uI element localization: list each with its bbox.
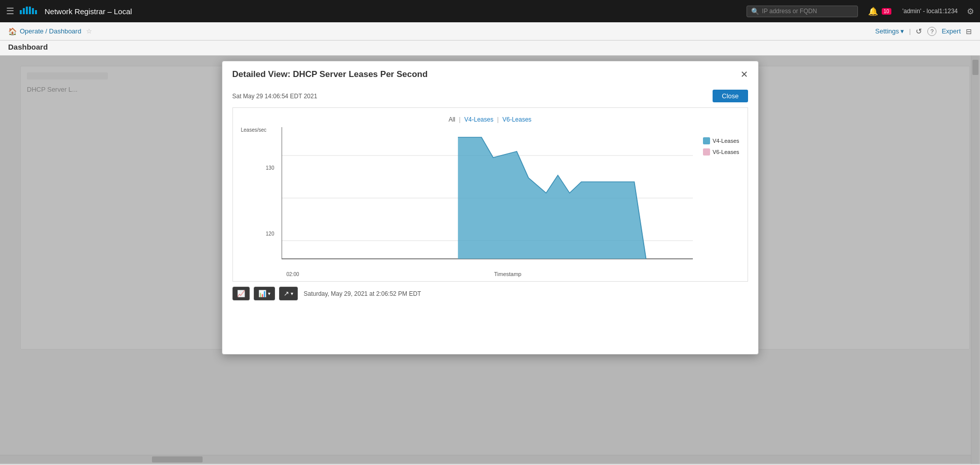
y-axis-label: Leases/sec xyxy=(241,127,267,133)
favorite-star[interactable]: ☆ xyxy=(86,27,92,35)
menu-icon[interactable]: ☰ xyxy=(6,6,14,17)
svg-rect-2 xyxy=(26,7,28,14)
search-input[interactable] xyxy=(762,8,853,15)
modal-overlay: Detailed View: DHCP Server Leases Per Se… xyxy=(0,56,980,464)
legend-v6: V6-Leases xyxy=(703,148,739,156)
x-axis-tick: 02:00 xyxy=(287,272,693,277)
modal-header: Detailed View: DHCP Server Leases Per Se… xyxy=(222,61,758,86)
tab-all[interactable]: All xyxy=(449,116,455,123)
cisco-logo xyxy=(19,5,37,17)
share-dropdown-arrow: ▾ xyxy=(291,291,293,296)
breadcrumb-right-actions: Settings ▾ | ↺ ? Expert ⊟ xyxy=(875,27,972,36)
home-icon[interactable]: 🏠 xyxy=(8,27,17,35)
line-chart-icon: 📈 xyxy=(237,290,245,297)
gear-icon[interactable]: ⚙ xyxy=(967,7,974,16)
footer-datetime: Saturday, May 29, 2021 at 2:06:52 PM EDT xyxy=(304,290,421,297)
chart-container: All | V4-Leases | V6-Leases Leases/sec 1… xyxy=(232,107,748,282)
legend-v4-box xyxy=(703,137,710,144)
svg-rect-1 xyxy=(23,8,25,14)
breadcrumb-bar: 🏠 Operate / Dashboard ☆ Settings ▾ | ↺ ?… xyxy=(0,22,980,41)
expert-button[interactable]: Expert xyxy=(942,27,961,35)
expand-button[interactable]: ⊟ xyxy=(966,27,972,35)
breadcrumb-path: Operate / Dashboard xyxy=(20,27,81,35)
share-icon: ↗ xyxy=(284,290,289,297)
chart-svg xyxy=(282,127,693,269)
search-box[interactable]: 🔍 xyxy=(747,6,858,17)
modal-close-x-button[interactable]: ✕ xyxy=(740,70,748,79)
share-button[interactable]: ↗ ▾ xyxy=(279,287,298,300)
app-title: Network Registrar – Local xyxy=(45,7,132,16)
breadcrumb-divider: | xyxy=(909,27,911,35)
modal-timestamp: Sat May 29 14:06:54 EDT 2021 xyxy=(232,93,318,100)
svg-rect-3 xyxy=(29,7,31,14)
chart-filter-tabs: All | V4-Leases | V6-Leases xyxy=(241,116,739,123)
page-title: Dashboard xyxy=(0,41,980,56)
y-tick-130: 130 xyxy=(266,165,275,171)
chart-type-line-button[interactable]: 📈 xyxy=(232,287,250,300)
svg-rect-4 xyxy=(32,8,34,14)
main-content-area: DHCP Server L... Detailed View: DHCP Ser… xyxy=(0,56,980,464)
chart-plot: 02:00 xyxy=(282,127,693,269)
modal-subheader: Sat May 29 14:06:54 EDT 2021 Close xyxy=(222,86,758,107)
chart-legend: V4-Leases V6-Leases xyxy=(698,127,739,269)
bell-notification[interactable]: 🔔 10 xyxy=(868,7,891,16)
topbar: ☰ Network Registrar – Local 🔍 🔔 10 'admi… xyxy=(0,0,980,22)
chart-type-area-button[interactable]: 📊 ▾ xyxy=(254,287,275,300)
legend-v6-label: V6-Leases xyxy=(713,149,739,155)
svg-rect-5 xyxy=(35,10,37,14)
modal-dialog: Detailed View: DHCP Server Leases Per Se… xyxy=(222,61,759,355)
svg-rect-0 xyxy=(20,10,22,14)
notification-badge: 10 xyxy=(882,8,891,15)
y-tick-120: 120 xyxy=(266,231,275,237)
modal-footer: 📈 📊 ▾ ↗ ▾ Saturday, May 29, 2021 at 2:06… xyxy=(222,282,758,305)
modal-close-button[interactable]: Close xyxy=(713,90,748,102)
chart-area: Leases/sec 130 120 xyxy=(241,127,739,269)
legend-v6-box xyxy=(703,148,710,156)
dropdown-arrow: ▾ xyxy=(268,291,270,296)
user-label: 'admin' - local1:1234 xyxy=(903,8,958,15)
legend-v4: V4-Leases xyxy=(703,137,739,144)
settings-button[interactable]: Settings ▾ xyxy=(875,27,904,35)
tab-v4-leases[interactable]: V4-Leases xyxy=(464,116,493,123)
area-chart-icon: 📊 xyxy=(258,290,266,297)
modal-title: Detailed View: DHCP Server Leases Per Se… xyxy=(232,69,428,80)
tab-v6-leases[interactable]: V6-Leases xyxy=(502,116,531,123)
bell-icon: 🔔 xyxy=(868,7,878,16)
cisco-logo-svg xyxy=(19,5,37,17)
help-button[interactable]: ? xyxy=(927,27,936,36)
refresh-button[interactable]: ↺ xyxy=(916,27,922,36)
legend-v4-label: V4-Leases xyxy=(713,138,739,144)
search-icon: 🔍 xyxy=(751,8,759,15)
